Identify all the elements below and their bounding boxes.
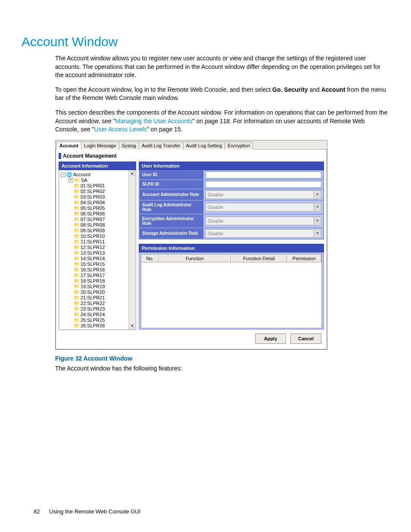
tree-item[interactable]: 📁23:SLPR23 [61, 306, 127, 312]
tree-item[interactable]: 📁17:SLPR17 [61, 273, 127, 278]
folder-icon: 📁 [74, 301, 80, 306]
tree-item-label: 01:SLPR01 [81, 183, 105, 189]
tree-item[interactable]: 📁16:SLPR16 [61, 267, 127, 273]
tree-root-label[interactable]: Account [73, 172, 90, 177]
chevron-down-icon: ▼ [314, 191, 321, 198]
tree-item[interactable]: 📁14:SLPR14 [61, 256, 127, 261]
folder-icon: 📁 [74, 183, 80, 189]
tree-item-label: 11:SLPR11 [81, 239, 105, 245]
tree-item-label: 12:SLPR12 [81, 245, 105, 250]
tree-item-label: 03:SLPR03 [81, 194, 105, 200]
tab-account[interactable]: Account [56, 142, 81, 149]
permission-table: No. Function Function Detail Permission [141, 254, 322, 328]
tree-item[interactable]: 📁11:SLPR11 [61, 239, 127, 245]
link-user-access-levels[interactable]: User Access Levels [94, 126, 147, 133]
folder-icon: 📁 [74, 228, 80, 233]
account-tree[interactable]: − 🌐 Account + 📁 SA 📁01:SLPR01📁02:SLPR02📁… [59, 170, 128, 330]
tree-item[interactable]: 📁03:SLPR03 [61, 194, 127, 200]
tree-item-label: 05:SLPR05 [81, 205, 105, 211]
col-function-detail[interactable]: Function Detail [231, 255, 287, 262]
folder-icon: 📁 [74, 194, 80, 200]
tree-child-label[interactable]: SA [81, 177, 87, 183]
scroll-down-button[interactable]: ▼ [129, 323, 136, 330]
tree-item-label: 26:SLPR26 [81, 323, 105, 329]
tree-item[interactable]: 📁19:SLPR19 [61, 284, 127, 289]
scroll-up-button[interactable]: ▲ [129, 170, 136, 177]
folder-icon: 📁 [74, 295, 80, 301]
tree-item[interactable]: 📁10:SLPR10 [61, 233, 127, 239]
folder-icon: 📁 [74, 273, 80, 278]
tree-item[interactable]: 📁07:SLPR07 [61, 217, 127, 222]
tree-item[interactable]: 📁12:SLPR12 [61, 245, 127, 250]
user-id-input[interactable] [206, 171, 321, 178]
col-function[interactable]: Function [159, 255, 231, 262]
folder-icon: 📁 [74, 306, 80, 312]
storage-admin-role-select[interactable]: Disable▼ [206, 229, 321, 238]
tree-item-label: 10:SLPR10 [81, 233, 105, 239]
tab-encryption[interactable]: Encryption [225, 142, 253, 149]
permission-info-header: Permission Information [139, 244, 324, 252]
tree-item[interactable]: 📁18:SLPR18 [61, 278, 127, 284]
folder-icon: 📁 [74, 245, 80, 250]
tab-audit-log-setting[interactable]: Audit Log Setting [184, 142, 225, 149]
intro-paragraph-3: This section describes the components of… [55, 109, 389, 134]
tree-item[interactable]: 📁24:SLPR24 [61, 312, 127, 317]
tab-audit-log-transfer[interactable]: Audit Log Transfer [139, 142, 184, 149]
tree-item[interactable]: 📁26:SLPR26 [61, 323, 127, 329]
tree-item-label: 08:SLPR08 [81, 222, 105, 228]
tab-login-message[interactable]: Login Message [81, 142, 119, 149]
folder-icon: 📁 [74, 250, 80, 256]
folder-icon: 📁 [74, 329, 80, 330]
account-admin-role-select[interactable]: Disable▼ [206, 190, 321, 199]
folder-icon: 📁 [74, 317, 80, 323]
tab-syslog[interactable]: Syslog [119, 142, 139, 149]
tree-item-label: 17:SLPR17 [81, 273, 105, 278]
tree-item-label: 18:SLPR18 [81, 278, 105, 284]
tree-item-label: 24:SLPR24 [81, 312, 105, 317]
audit-admin-role-label: Audit Log Administrator Role [139, 200, 204, 214]
folder-icon: 📁 [74, 323, 80, 329]
tree-item[interactable]: 📁21:SLPR21 [61, 295, 127, 301]
tree-item[interactable]: 📁20:SLPR20 [61, 289, 127, 295]
tree-scrollbar[interactable]: ▲ ▼ [128, 170, 136, 330]
audit-admin-role-select[interactable]: Disable▼ [206, 203, 321, 212]
tree-item-label: 07:SLPR07 [81, 217, 105, 222]
folder-icon: 📁 [74, 211, 80, 217]
tree-item[interactable]: 📁22:SLPR22 [61, 301, 127, 306]
slpr-id-input[interactable] [206, 181, 321, 188]
tree-item[interactable]: 📁02:SLPR02 [61, 189, 127, 194]
col-permission[interactable]: Permission [287, 255, 321, 262]
collapse-icon[interactable]: − [61, 172, 65, 177]
security-tabs: Account Login Message Syslog Audit Log T… [56, 140, 327, 149]
tree-item[interactable]: 📁06:SLPR06 [61, 211, 127, 217]
folder-icon: 📁 [74, 189, 80, 194]
tree-item[interactable]: 📁13:SLPR13 [61, 250, 127, 256]
link-managing-user-accounts[interactable]: Managing the User Accounts [115, 118, 193, 124]
tree-item[interactable]: 📁08:SLPR08 [61, 222, 127, 228]
col-no[interactable]: No. [141, 255, 159, 262]
tree-item[interactable]: 📁15:SLPR15 [61, 261, 127, 267]
chevron-down-icon: ▼ [314, 204, 321, 211]
apply-button[interactable]: Apply [255, 333, 286, 344]
tree-item-label: 25:SLPR25 [81, 317, 105, 323]
section-title: Account Management [59, 152, 324, 162]
expand-icon[interactable]: + [68, 178, 73, 183]
tree-item[interactable]: 📁09:SLPR09 [61, 228, 127, 233]
account-information-header: Account Information [59, 162, 136, 170]
tree-item-label: 15:SLPR15 [81, 261, 105, 267]
folder-icon: 📁 [74, 233, 80, 239]
globe-icon: 🌐 [66, 172, 72, 177]
intro-paragraph-1: The Account window allows you to registe… [55, 54, 389, 80]
tree-item[interactable]: 📁04:SLPR04 [61, 200, 127, 205]
encryption-admin-role-select[interactable]: Disable▼ [206, 217, 321, 225]
folder-icon: 📁 [74, 222, 80, 228]
tree-item[interactable]: 📁05:SLPR05 [61, 205, 127, 211]
footer-title: Using the Remote Web Console GUI [49, 508, 140, 515]
tree-item-label: 06:SLPR06 [81, 211, 105, 217]
tree-item[interactable]: 📁27:SLPR27 [61, 329, 127, 330]
cancel-button[interactable]: Cancel [290, 333, 321, 344]
tree-item[interactable]: 📁01:SLPR01 [61, 183, 127, 189]
tree-item-label: 14:SLPR14 [81, 256, 105, 261]
tree-item-label: 27:SLPR27 [81, 329, 105, 330]
tree-item[interactable]: 📁25:SLPR25 [61, 317, 127, 323]
